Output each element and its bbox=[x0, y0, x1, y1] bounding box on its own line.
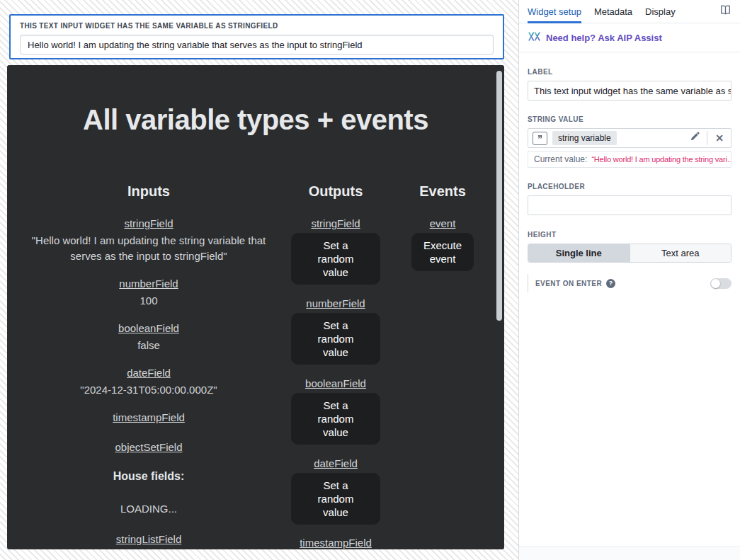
variable-link[interactable]: stringListField bbox=[116, 534, 182, 545]
events-header: Events bbox=[393, 183, 492, 200]
variable-link[interactable]: timestampField bbox=[113, 412, 185, 423]
events-column: Events event Execute event bbox=[393, 183, 492, 271]
help-icon[interactable]: ? bbox=[606, 279, 615, 288]
aip-assist-row: Need help? Ask AIP Assist bbox=[519, 23, 740, 52]
inputs-column: Inputs stringField "Hello world! I am up… bbox=[21, 183, 276, 549]
variable-chip[interactable]: string variable bbox=[552, 131, 617, 145]
canvas-title: All variable types + events bbox=[7, 103, 504, 136]
set-random-value-button[interactable]: Set a random value bbox=[291, 233, 380, 285]
outputs-header: Outputs bbox=[286, 183, 385, 200]
variable-link[interactable]: stringField bbox=[311, 218, 360, 229]
variable-value: false bbox=[21, 338, 276, 353]
variable-value: "Hello world! I am updating the string v… bbox=[27, 233, 271, 264]
height-segmented-control: Single line Text area bbox=[528, 244, 732, 263]
tab-display[interactable]: Display bbox=[645, 0, 676, 23]
height-option-text-area[interactable]: Text area bbox=[630, 244, 732, 262]
current-value-row: Current value: “Hello world! I am updati… bbox=[528, 151, 732, 168]
event-on-enter-row: EVENT ON ENTER ? bbox=[528, 274, 732, 292]
clear-variable-button[interactable]: ✕ bbox=[712, 131, 727, 145]
panel-tabbar: Widget setup Metadata Display bbox=[519, 0, 740, 23]
text-input-field[interactable]: Hello world! I am updating the string va… bbox=[20, 35, 494, 55]
widget-config-panel: Widget setup Metadata Display bbox=[518, 0, 740, 560]
loading-text: LOADING... bbox=[21, 501, 276, 517]
preview-canvas: All variable types + events Inputs strin… bbox=[7, 65, 504, 549]
string-type-icon: ” bbox=[533, 132, 547, 145]
variable-link[interactable]: numberField bbox=[119, 278, 178, 290]
set-random-value-button[interactable]: Set a random value bbox=[291, 393, 380, 445]
pencil-icon bbox=[690, 132, 700, 144]
variable-link[interactable]: dateField bbox=[314, 458, 358, 469]
set-random-value-button[interactable]: Set a random value bbox=[291, 313, 380, 365]
set-random-value-button[interactable]: Set a random value bbox=[291, 473, 380, 525]
label-section-heading: LABEL bbox=[528, 68, 732, 76]
variable-link[interactable]: booleanField bbox=[305, 378, 366, 389]
close-icon: ✕ bbox=[715, 133, 724, 143]
height-option-single-line[interactable]: Single line bbox=[528, 244, 630, 262]
execute-event-button[interactable]: Execute event bbox=[411, 233, 474, 271]
current-value-text: “Hello world! I am updating the string v… bbox=[591, 155, 732, 164]
variable-value: ["A","B","C"] bbox=[21, 549, 276, 549]
panel-body: LABEL This text input widget has the sam… bbox=[519, 68, 740, 292]
tab-metadata[interactable]: Metadata bbox=[594, 0, 632, 23]
variable-link[interactable]: stringField bbox=[124, 218, 173, 229]
canvas-scrollbar[interactable] bbox=[496, 71, 502, 321]
height-section-heading: HEIGHT bbox=[528, 231, 732, 239]
variable-value: 100 bbox=[21, 293, 276, 309]
tab-widget-setup[interactable]: Widget setup bbox=[528, 0, 581, 23]
placeholder-section-heading: PLACEHOLDER bbox=[528, 183, 732, 190]
variable-link[interactable]: numberField bbox=[306, 298, 365, 309]
open-book-icon bbox=[719, 4, 732, 18]
event-on-enter-toggle[interactable] bbox=[710, 278, 732, 289]
toggle-knob bbox=[711, 279, 720, 288]
edit-variable-button[interactable] bbox=[688, 131, 702, 145]
current-value-label: Current value: bbox=[534, 154, 587, 164]
string-variable-row[interactable]: ” string variable ✕ bbox=[528, 128, 732, 148]
documentation-button[interactable] bbox=[719, 0, 732, 23]
aip-assist-icon bbox=[528, 31, 540, 44]
variable-link[interactable]: dateField bbox=[127, 367, 171, 379]
event-link[interactable]: event bbox=[430, 218, 456, 229]
label-input[interactable]: This text input widget has the same vari… bbox=[528, 81, 732, 101]
variable-value: "2024-12-31T05:00:00.000Z" bbox=[21, 382, 276, 398]
placeholder-input[interactable] bbox=[528, 195, 732, 215]
variable-link[interactable]: objectSetField bbox=[115, 442, 182, 453]
panel-footer bbox=[519, 546, 740, 560]
event-on-enter-label: EVENT ON ENTER bbox=[535, 280, 602, 287]
workshop-canvas-background: THIS TEXT INPUT WIDGET HAS THE SAME VARI… bbox=[0, 0, 518, 560]
variable-link[interactable]: timestampField bbox=[300, 537, 372, 549]
selected-text-input-widget[interactable]: THIS TEXT INPUT WIDGET HAS THE SAME VARI… bbox=[9, 14, 504, 59]
aip-assist-link[interactable]: Need help? Ask AIP Assist bbox=[546, 33, 662, 43]
outputs-column: Outputs stringField Set a random value n… bbox=[286, 183, 385, 549]
divider bbox=[707, 131, 707, 145]
section-heading: House fields: bbox=[21, 470, 276, 483]
widget-label: THIS TEXT INPUT WIDGET HAS THE SAME VARI… bbox=[20, 22, 494, 30]
string-value-section-heading: STRING VALUE bbox=[528, 115, 732, 123]
variable-link[interactable]: booleanField bbox=[118, 323, 179, 334]
inputs-header: Inputs bbox=[21, 183, 276, 200]
